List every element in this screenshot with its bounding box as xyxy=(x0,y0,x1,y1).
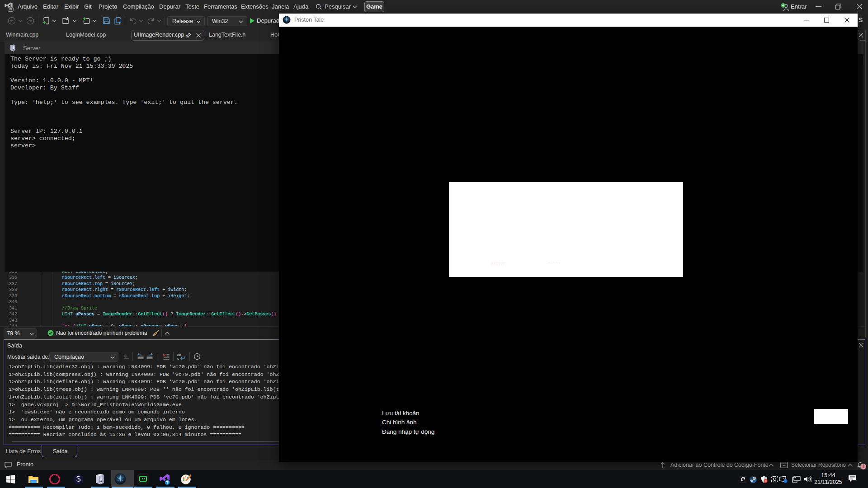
svg-text:IN: IN xyxy=(9,8,12,11)
svg-text:c: c xyxy=(177,357,179,361)
